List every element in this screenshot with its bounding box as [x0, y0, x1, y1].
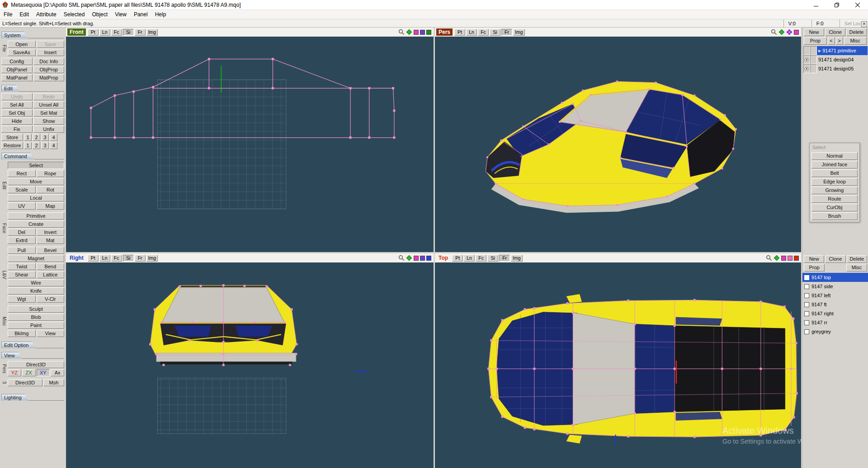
material-checkbox[interactable]: [804, 275, 809, 280]
create-button[interactable]: Create: [8, 220, 64, 228]
pers-tab-fc[interactable]: Fc: [478, 29, 489, 36]
material-list-item[interactable]: 9147 top: [802, 273, 868, 282]
right-tab-fr[interactable]: Fr: [135, 255, 146, 262]
twist-button[interactable]: Twist: [8, 263, 36, 270]
lighting-panel-header[interactable]: Lighting: [1, 393, 64, 401]
rope-button[interactable]: Rope: [37, 170, 65, 177]
material-checkbox[interactable]: [804, 284, 809, 289]
vertex-color-button[interactable]: V-Clr: [37, 295, 65, 303]
overlay-violet-icon[interactable]: [420, 256, 425, 261]
front-tab-si[interactable]: Si: [123, 29, 134, 36]
zoom-icon[interactable]: [398, 29, 405, 35]
restore-slot-2[interactable]: 2: [33, 142, 40, 149]
view-command-button[interactable]: View: [37, 330, 65, 337]
axis-toggle-icon[interactable]: [778, 29, 785, 35]
visibility-cell[interactable]: [803, 46, 810, 55]
pers-viewport-canvas[interactable]: [435, 37, 801, 252]
sculpt-button[interactable]: Sculpt: [8, 305, 64, 313]
object-next-button[interactable]: >: [836, 37, 843, 45]
menu-help[interactable]: Help: [151, 10, 170, 19]
local-button[interactable]: Local: [8, 194, 64, 201]
command-panel-header[interactable]: Command: [1, 152, 64, 159]
move-button[interactable]: Move: [8, 178, 64, 185]
magnet-button[interactable]: Magnet: [8, 255, 64, 262]
overlay-pink-icon[interactable]: [788, 256, 793, 261]
top-tab-si[interactable]: Si: [487, 255, 498, 262]
edit-panel-header[interactable]: Edit: [1, 84, 64, 92]
object-delete-button[interactable]: Delete: [846, 28, 867, 36]
restore-slot-1[interactable]: 1: [24, 142, 32, 149]
invert-button[interactable]: Invert: [37, 229, 65, 236]
front-tab-fr[interactable]: Fr: [135, 29, 146, 36]
store-button[interactable]: Store: [1, 134, 23, 141]
right-viewport-label[interactable]: Right: [67, 254, 86, 262]
material-list-item[interactable]: 9147 right: [802, 309, 868, 318]
primitive-button[interactable]: Primitive: [8, 212, 64, 220]
maximize-button[interactable]: [826, 0, 847, 9]
direct3d-ortho-button[interactable]: Direct3D: [8, 379, 42, 386]
minimize-button[interactable]: [806, 0, 826, 9]
overlay-red-icon[interactable]: [794, 256, 799, 261]
overlay-green-icon[interactable]: [426, 30, 431, 35]
store-slot-1[interactable]: 1: [24, 134, 32, 141]
select-all-button[interactable]: Sel All: [1, 101, 33, 108]
select-route-button[interactable]: Route: [811, 195, 858, 203]
menu-file[interactable]: File: [0, 10, 16, 19]
pull-button[interactable]: Pull: [8, 247, 36, 254]
object-misc-button[interactable]: Misc: [844, 37, 867, 45]
front-tab-fc[interactable]: Fc: [111, 29, 122, 36]
right-tab-pt[interactable]: Pt: [88, 255, 99, 262]
undo-button[interactable]: Undo: [1, 93, 33, 100]
front-viewport-label[interactable]: Front: [67, 28, 86, 36]
top-viewport-canvas[interactable]: [435, 262, 801, 468]
material-button[interactable]: Mat: [37, 237, 65, 244]
visibility-cell[interactable]: [803, 64, 810, 73]
mesh-button[interactable]: Msh: [43, 379, 64, 386]
restore-slot-3[interactable]: 3: [41, 142, 49, 149]
saveas-button[interactable]: SaveAs: [8, 49, 36, 56]
save-button[interactable]: Save: [37, 41, 65, 48]
axis-toggle-icon[interactable]: [406, 29, 412, 35]
menu-selected[interactable]: Selected: [60, 10, 89, 19]
xy-view-button[interactable]: XY: [37, 369, 50, 376]
menu-attribute[interactable]: Attribute: [33, 10, 60, 19]
pers-tab-si[interactable]: Si: [490, 29, 500, 36]
pers-tab-pt[interactable]: Pt: [454, 29, 465, 36]
select-curobj-button[interactable]: CurObj: [811, 204, 858, 211]
material-misc-button[interactable]: Misc: [846, 264, 867, 271]
overlay-blue-icon[interactable]: [426, 256, 431, 261]
pers-tab-fr[interactable]: Fr: [501, 29, 512, 36]
menu-edit[interactable]: Edit: [16, 10, 33, 19]
material-list-item[interactable]: greygrey: [802, 327, 868, 336]
material-delete-button[interactable]: Delete: [847, 255, 867, 263]
front-tab-img[interactable]: Img: [146, 29, 158, 36]
objprop-button[interactable]: ObjProp: [33, 66, 65, 73]
select-growing-button[interactable]: Growing: [811, 187, 858, 194]
material-new-button[interactable]: New: [804, 255, 824, 263]
objpanel-button[interactable]: ObjPanel: [1, 66, 33, 73]
select-brush-button[interactable]: Brush: [811, 212, 858, 220]
material-list-item[interactable]: 9147 ft: [802, 300, 868, 309]
doc-info-button[interactable]: Doc Info: [33, 58, 65, 65]
restore-button[interactable]: Restore: [1, 142, 23, 149]
view-panel-header[interactable]: View: [1, 351, 64, 359]
pers-tab-ln[interactable]: Ln: [466, 29, 477, 36]
zoom-icon[interactable]: [771, 29, 777, 35]
lattice-button[interactable]: Lattice: [37, 271, 65, 278]
right-viewport-canvas[interactable]: [66, 262, 434, 468]
select-object-button[interactable]: Sel Obj: [1, 109, 33, 117]
overlay-magenta-icon[interactable]: [414, 256, 419, 261]
top-tab-fc[interactable]: Fc: [476, 255, 486, 262]
material-clone-button[interactable]: Clone: [825, 255, 845, 263]
matpanel-button[interactable]: MatPanel: [1, 74, 33, 81]
object-list-item[interactable]: 91471 design04: [803, 55, 868, 64]
extrude-button[interactable]: Extrd: [8, 237, 36, 244]
store-slot-3[interactable]: 3: [41, 134, 49, 141]
select-panel-title[interactable]: Select: [811, 144, 858, 151]
axis-toggle-icon[interactable]: [406, 255, 412, 261]
yz-view-button[interactable]: YZ: [8, 369, 21, 376]
paint-button[interactable]: Paint: [8, 322, 64, 329]
select-command-button[interactable]: Select: [8, 162, 64, 169]
object-prev-button[interactable]: <: [828, 37, 835, 45]
shear-button[interactable]: Shear: [8, 271, 36, 278]
